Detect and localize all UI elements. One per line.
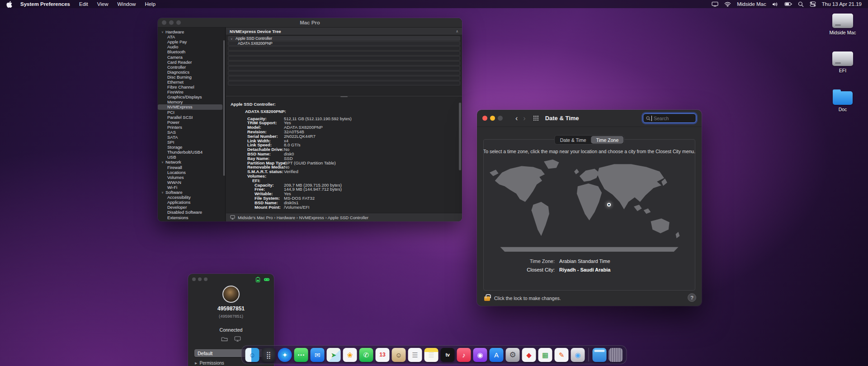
sidebar-item[interactable]: ∨ ATA [158, 34, 222, 39]
dock-icon-mail[interactable]: ✉ [311, 348, 325, 362]
sidebar-item[interactable]: ∨ FireWire [158, 89, 222, 94]
desktop-icon-doc[interactable]: Doc [833, 89, 853, 112]
dock-icon-photos[interactable]: ❀ [343, 348, 357, 362]
selected-city-marker[interactable] [607, 203, 611, 206]
search-field[interactable] [643, 113, 696, 123]
close-button[interactable] [482, 116, 487, 121]
world-map[interactable] [487, 157, 692, 253]
sidebar-item[interactable]: ∨ SAS [158, 130, 222, 135]
sidebar-group-network[interactable]: ∨ Network [158, 160, 222, 164]
splitter-grabber[interactable] [340, 96, 348, 98]
forward-button[interactable]: › [520, 115, 528, 122]
sidebar-item[interactable]: ∨ Wi-Fi [158, 185, 222, 190]
dock-icon-notes[interactable]: ☰ [425, 348, 439, 362]
sidebar-item[interactable]: ∨ Thunderbolt/USB4 [158, 150, 222, 155]
sidebar-item[interactable]: ∨ Developer [158, 205, 222, 210]
tree-row-adata-sx8200pnp[interactable]: ADATA SX8200PNP [228, 41, 460, 46]
sidebar-item[interactable]: ∨ Controller [158, 65, 222, 70]
folder-icon[interactable] [221, 336, 228, 342]
tree-row-apple-ssd-controller[interactable]: ∨ Apple SSD Controller [228, 36, 460, 41]
dock-icon-contacts[interactable]: ☺ [392, 348, 406, 362]
sidebar-item[interactable]: ∨ Ethernet [158, 80, 222, 84]
minimize-button[interactable] [169, 20, 174, 25]
dock-icon-system-preferences[interactable]: ⚙ [506, 348, 520, 362]
sidebar-item[interactable]: ∨ Bluetooth [158, 49, 222, 54]
display-icon[interactable] [234, 336, 241, 342]
menubar-clock[interactable]: Thu 13 Apr 21.19 [822, 1, 862, 7]
dock-icon-photo-booth[interactable]: ◉ [571, 348, 585, 362]
sidebar-item[interactable]: ∨ Memory [158, 99, 222, 104]
sidebar-item[interactable]: ∨ Camera [158, 54, 222, 59]
sidebar-item[interactable]: ∨ Disabled Software [158, 210, 222, 215]
sidebar-item[interactable]: ∨ USB [158, 155, 222, 160]
volume-icon[interactable] [772, 2, 778, 7]
dock-icon-facetime[interactable]: ✆ [359, 348, 373, 362]
detail-scrollbar[interactable] [459, 103, 461, 170]
dock-icon-numbers[interactable]: ▦ [538, 348, 552, 362]
zoom-button[interactable] [176, 20, 181, 25]
spotlight-search-icon[interactable] [798, 1, 804, 7]
sidebar-item[interactable]: ∨ Volumes [158, 175, 222, 180]
menu-item[interactable]: Window [118, 1, 136, 7]
menu-item[interactable]: Help [145, 1, 156, 7]
dock-icon-app-store[interactable]: A [490, 348, 504, 362]
back-button[interactable]: ‹ [513, 115, 520, 122]
sidebar-item[interactable]: ∨ SPI [158, 140, 222, 145]
dock-icon-minimized-window[interactable] [593, 348, 607, 362]
sidebar-item-nvmexpress[interactable]: ∨ NVMExpress [158, 104, 222, 109]
sidebar-item[interactable]: ∨ Storage [158, 145, 222, 150]
sidebar-item[interactable]: ∨ Graphics/Displays [158, 94, 222, 99]
dock-separator[interactable] [589, 348, 589, 361]
dock-icon-reminders[interactable]: ☰ [408, 348, 422, 362]
menu-item[interactable]: View [97, 1, 108, 7]
sidebar-item[interactable]: ∨ Apple Pay [158, 39, 222, 44]
menu-app-name[interactable]: System Preferences [20, 1, 70, 7]
dock-icon-music[interactable]: ♪ [457, 348, 471, 362]
sidebar-item[interactable]: ∨ Accessibility [158, 195, 222, 200]
sidebar-item[interactable]: ∨ Audio [158, 44, 222, 49]
minimize-button[interactable] [198, 277, 202, 281]
dock-icon-podcasts[interactable]: ◉ [473, 348, 487, 362]
sidebar-item[interactable]: ∨ SATA [158, 135, 222, 140]
sidebar-item[interactable]: ∨ PCI [158, 110, 222, 115]
zoom-button[interactable] [498, 116, 503, 121]
apple-menu-icon[interactable] [6, 1, 12, 8]
dock-icon-calendar[interactable]: 13 [376, 348, 390, 362]
search-input[interactable] [652, 116, 693, 121]
wifi-icon[interactable] [724, 2, 731, 7]
dock-icon-tv[interactable]: tv [441, 348, 455, 362]
sidebar-item[interactable]: ∨ Applications [158, 200, 222, 205]
permissions-disclosure[interactable]: ▶ Permissions [195, 361, 224, 366]
panel-splitter[interactable] [226, 95, 462, 98]
sidebar-group-software[interactable]: ∨ Software [158, 190, 222, 195]
dock-icon-finder[interactable]: ☺ [245, 348, 259, 362]
sidebar-item[interactable]: ∨ Fibre Channel [158, 84, 222, 89]
sidebar-item[interactable]: ∨ Locations [158, 170, 222, 175]
dock-icon-trash[interactable] [609, 348, 623, 362]
dock-icon-messages[interactable]: … [294, 348, 308, 362]
minimize-button[interactable] [490, 116, 495, 121]
dock-icon-maps[interactable]: ➤ [327, 348, 341, 362]
sidebar-item[interactable]: ∨ Parallel SCSI [158, 115, 222, 120]
sidebar-item[interactable]: ∨ Disc Burning [158, 75, 222, 80]
help-button[interactable]: ? [688, 293, 696, 302]
control-center-icon[interactable] [810, 1, 816, 7]
dock-icon-safari[interactable]: ✦ [278, 348, 292, 362]
battery-icon[interactable] [784, 2, 792, 6]
menu-item[interactable]: Edit [79, 1, 88, 7]
desktop-icon-midside-mac[interactable]: Midside Mac [830, 14, 856, 35]
sidebar-item[interactable]: ∨ Firewall [158, 165, 222, 170]
zoom-button[interactable] [204, 277, 208, 281]
show-all-icon[interactable] [533, 115, 539, 121]
sidebar-item[interactable]: ∨ Diagnostics [158, 70, 222, 75]
desktop-icon-efi[interactable]: EFI [832, 52, 853, 73]
menubar-device-name[interactable]: Midside Mac [737, 1, 766, 7]
dock-icon-pages[interactable]: ✎ [555, 348, 569, 362]
sidebar-item[interactable]: ∨ Printers [158, 125, 222, 130]
lock-icon[interactable] [484, 296, 490, 301]
closest-city-value[interactable]: Riyadh - Saudi Arabia [559, 267, 610, 272]
dock-icon-keynote[interactable]: ◆ [522, 348, 536, 362]
dock-icon-launchpad[interactable]: ⣿ [262, 348, 276, 362]
sidebar-item[interactable]: ∨ WWAN [158, 180, 222, 185]
close-button[interactable] [192, 277, 196, 281]
